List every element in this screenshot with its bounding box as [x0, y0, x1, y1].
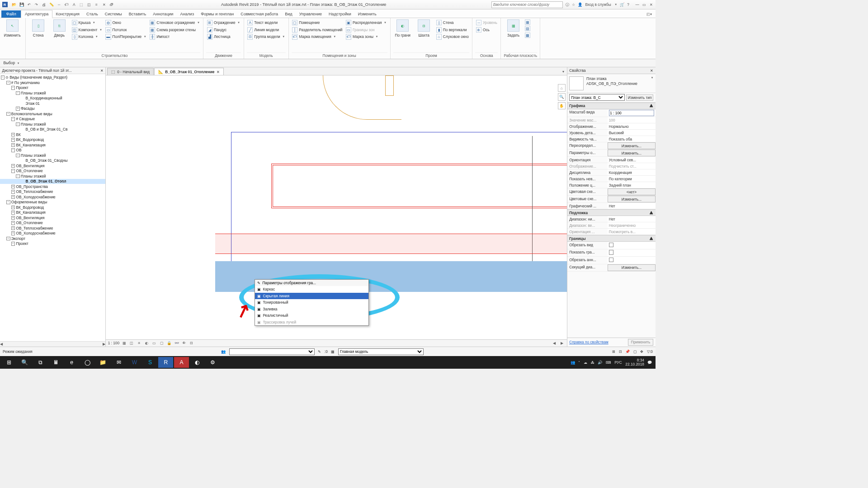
- area-tag-button[interactable]: 🏷Марка зоны▼: [345, 34, 387, 40]
- workset-select[interactable]: [229, 348, 315, 355]
- zoom-icon[interactable]: 🔍: [558, 93, 566, 101]
- editable-icon[interactable]: ✎: [318, 349, 321, 354]
- crop-icon[interactable]: ▭: [151, 340, 157, 346]
- align-icon[interactable]: ↔: [56, 1, 62, 8]
- clock-date[interactable]: 22.10.2018: [625, 362, 644, 366]
- file-tab[interactable]: Файл: [1, 10, 21, 18]
- close-inactive-icon[interactable]: ✕: [101, 1, 107, 8]
- language-indicator[interactable]: РУС: [614, 360, 622, 365]
- tab-annotate[interactable]: Аннотации: [150, 10, 177, 18]
- dormer-button[interactable]: ⌂Слуховое окно: [435, 34, 469, 40]
- ceiling-button[interactable]: ▭Потолок: [105, 27, 147, 33]
- ramp-button[interactable]: ◢Пандус: [206, 27, 241, 33]
- save-icon[interactable]: 💾: [19, 1, 25, 8]
- keyboard-icon[interactable]: ⌨: [606, 360, 611, 365]
- explorer-icon[interactable]: 📁: [95, 357, 110, 368]
- scroll-right-icon[interactable]: ▶: [559, 340, 565, 346]
- wall-button[interactable]: ▯Стена: [28, 19, 47, 38]
- style-wireframe[interactable]: ▣Каркас: [255, 286, 368, 293]
- room-button[interactable]: ▢Помещение: [292, 19, 343, 26]
- by-face-button[interactable]: ◐По грани: [393, 19, 412, 38]
- curtain-wall-button[interactable]: ▦Стеновое ограждение▼: [149, 19, 201, 26]
- worksets-icon[interactable]: 👥: [221, 349, 226, 354]
- tab-view[interactable]: Вид: [282, 10, 296, 18]
- vertical-button[interactable]: ▮По вертикали: [435, 27, 469, 33]
- view3d-icon[interactable]: ⬚: [78, 1, 85, 8]
- help-icon[interactable]: ?: [627, 2, 629, 7]
- crop-region-icon[interactable]: ▢: [159, 340, 164, 346]
- tag-icon[interactable]: 🏷: [63, 1, 70, 8]
- taskview-button[interactable]: ⧉: [33, 357, 47, 368]
- star-icon[interactable]: ☆: [572, 2, 575, 7]
- area-button[interactable]: ▣Распределенная▼: [345, 19, 387, 26]
- model-select[interactable]: Главная модель: [338, 348, 424, 355]
- switch-window-icon[interactable]: 🗗: [108, 1, 115, 8]
- design-options-icon[interactable]: ▦: [331, 349, 335, 354]
- scale-input[interactable]: [609, 110, 654, 116]
- hscroll-left[interactable]: ◀: [0, 342, 3, 347]
- wall-opening-button[interactable]: ▯Стена: [435, 19, 469, 26]
- model-line-button[interactable]: ╱Линия модели: [247, 27, 286, 33]
- vg-override-button[interactable]: Изменить...: [608, 142, 656, 149]
- tab-massing[interactable]: Формы и генплан: [198, 10, 237, 18]
- shadows-icon[interactable]: ◐: [144, 340, 149, 346]
- curtain-grid-button[interactable]: ▦Схема разрезки стены: [149, 27, 201, 33]
- temp-hide-icon[interactable]: 👓: [174, 340, 179, 346]
- roof-button[interactable]: ◍Окно: [105, 19, 147, 26]
- style-hidden-line[interactable]: ▣Скрытая линия: [255, 293, 368, 300]
- crop-checkbox[interactable]: [609, 243, 614, 248]
- style-consistent[interactable]: ▣Заливка: [255, 306, 368, 313]
- measure-icon[interactable]: 📏: [48, 1, 55, 8]
- window-button[interactable]: ▢Крыша▼: [71, 19, 103, 26]
- undo-icon[interactable]: ↶: [26, 1, 32, 8]
- home-icon[interactable]: ⌂: [558, 84, 566, 92]
- people-icon[interactable]: 👥: [571, 360, 575, 365]
- selector-dropdown[interactable]: Выбор▼: [0, 60, 23, 66]
- tab-steel[interactable]: Сталь: [83, 10, 102, 18]
- tree[interactable]: −⊙ Виды (Назначение вида_Раздел) −# По у…: [0, 74, 105, 341]
- maximize-button[interactable]: ▭: [642, 2, 646, 7]
- tab-architecture[interactable]: Архитектура: [21, 10, 52, 18]
- style-shaded[interactable]: ▣Тонированный: [255, 299, 368, 306]
- tab-structure[interactable]: Конструкция: [52, 10, 83, 18]
- browser-close-icon[interactable]: ✕: [100, 68, 104, 73]
- floor-button[interactable]: ▬Пол/Перекрытие▼: [105, 34, 147, 40]
- room-tag-button[interactable]: 🏷Марка помещения▼: [292, 34, 343, 40]
- crop-visible-checkbox[interactable]: [609, 250, 614, 255]
- door-button[interactable]: ⎘Дверь: [50, 19, 69, 38]
- text-icon[interactable]: A: [71, 1, 77, 8]
- tab-collab[interactable]: Совместная работа: [237, 10, 282, 18]
- modify-button[interactable]: ↖Изменить: [3, 19, 22, 38]
- anno-crop-checkbox[interactable]: [609, 258, 614, 263]
- instance-selector[interactable]: План этажа: В_С: [569, 94, 625, 101]
- pan-icon[interactable]: ✋: [558, 102, 566, 110]
- start-button[interactable]: ⊞: [1, 357, 16, 368]
- model-group-button[interactable]: ⊡Группа модели▼: [247, 34, 286, 40]
- drawing-canvas[interactable]: Т Ш ⌂ 🔍 ✋ ↗ ↖ ✎Параметры отображения гра…: [106, 75, 567, 339]
- app-icon[interactable]: ◐: [190, 357, 205, 368]
- type-dropdown-icon[interactable]: ▼: [651, 76, 653, 91]
- word-icon[interactable]: W: [127, 357, 142, 368]
- search-button[interactable]: 🔍: [17, 357, 32, 368]
- appstore-icon[interactable]: 🛒: [620, 2, 624, 7]
- doc-tab-active[interactable]: 📐 В_ОВ_Этаж 01_Отопление ✕: [154, 68, 223, 75]
- tab-manage[interactable]: Управление: [296, 10, 325, 18]
- stair-button[interactable]: ▟Лестница: [206, 34, 241, 40]
- drag-icon[interactable]: ✥: [640, 349, 643, 354]
- select-face-icon[interactable]: ▢: [633, 349, 637, 354]
- close-button[interactable]: ✕: [650, 2, 653, 7]
- redo-icon[interactable]: ↷: [33, 1, 40, 8]
- volume-icon[interactable]: 🔊: [598, 360, 602, 365]
- model-text-button[interactable]: AТекст модели: [247, 19, 286, 26]
- section-icon[interactable]: ◫: [86, 1, 92, 8]
- tabs-menu-icon[interactable]: ▾: [561, 68, 566, 75]
- tab-addins[interactable]: Надстройки: [326, 10, 355, 18]
- tab-insert[interactable]: Вставить: [125, 10, 149, 18]
- chrome-icon[interactable]: ◯: [80, 357, 95, 368]
- select-links-icon[interactable]: ⊞: [612, 349, 615, 354]
- show-plane-icon[interactable]: ▦: [525, 19, 530, 25]
- tab-modify[interactable]: Изменить: [354, 10, 380, 18]
- tab-systems[interactable]: Системы: [101, 10, 125, 18]
- properties-grid[interactable]: Графика⯅ Масштаб вида Значение мас...100…: [567, 103, 656, 338]
- open-icon[interactable]: 📂: [11, 1, 17, 8]
